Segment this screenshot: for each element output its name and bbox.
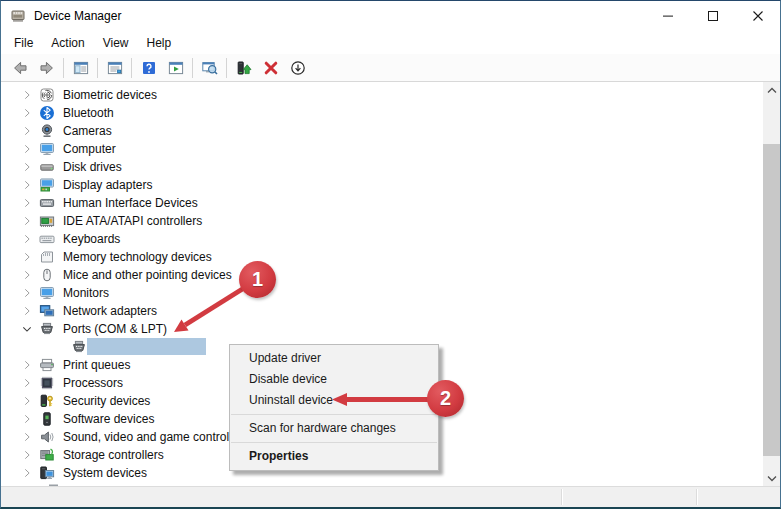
tree-item-biometric-devices[interactable]: Biometric devices xyxy=(1,86,763,104)
chevron-collapsed-icon[interactable] xyxy=(20,358,34,372)
statusbar-separator xyxy=(561,489,563,505)
close-button[interactable] xyxy=(735,1,780,31)
statusbar xyxy=(1,486,780,507)
computer-icon xyxy=(39,141,55,157)
keyboard-icon xyxy=(39,231,55,247)
toolbar-separator xyxy=(192,58,193,78)
tree-item-label: Computer xyxy=(63,140,116,158)
toolbar-button-update-driver[interactable] xyxy=(230,56,257,80)
chevron-collapsed-icon[interactable] xyxy=(20,304,34,318)
chevron-collapsed-icon[interactable] xyxy=(20,412,34,426)
serial-port-icon xyxy=(71,339,87,355)
context-menu-item-uninstall-device[interactable]: Uninstall device xyxy=(230,390,438,411)
help-icon xyxy=(141,60,157,76)
uninstall-x-icon xyxy=(263,60,279,76)
toolbar-button-scan-for-hardware-changes[interactable] xyxy=(196,56,223,80)
tree-item-label: Print queues xyxy=(63,356,130,374)
chevron-collapsed-icon[interactable] xyxy=(20,430,34,444)
chevron-collapsed-icon[interactable] xyxy=(20,232,34,246)
tree-item-label: Mice and other pointing devices xyxy=(63,266,232,284)
maximize-icon xyxy=(705,8,721,24)
toolbar-button-show-console-tree[interactable] xyxy=(67,56,94,80)
scroll-down-icon xyxy=(764,470,780,486)
scrollbar-thumb[interactable] xyxy=(763,144,780,456)
toolbar-separator xyxy=(131,58,132,78)
device-manager-window: Device Manager FileActionViewHelp Biomet… xyxy=(0,0,781,509)
chevron-collapsed-icon[interactable] xyxy=(20,196,34,210)
tree-item-label: IDE ATA/ATAPI controllers xyxy=(63,212,202,230)
hid-icon xyxy=(39,195,55,211)
annotation-step-2-badge: 2 xyxy=(427,380,464,417)
context-menu-item-disable-device[interactable]: Disable device xyxy=(230,369,438,390)
software-device-icon xyxy=(39,411,55,427)
maximize-button[interactable] xyxy=(690,1,735,31)
chevron-collapsed-icon[interactable] xyxy=(20,466,34,480)
tree-item-disk-drives[interactable]: Disk drives xyxy=(1,158,763,176)
chevron-expanded-icon[interactable] xyxy=(20,322,34,336)
context-menu-item-properties[interactable]: Properties xyxy=(230,446,438,467)
tree-item-memory-technology-devices[interactable]: Memory technology devices xyxy=(1,248,763,266)
scroll-up-icon[interactable] xyxy=(763,82,780,99)
tree-item-label: Ports (COM & LPT) xyxy=(63,320,167,338)
minimize-button[interactable] xyxy=(645,1,690,31)
tree-item-computer[interactable]: Computer xyxy=(1,140,763,158)
tree-item-ide-ata-atapi-controllers[interactable]: IDE ATA/ATAPI controllers xyxy=(1,212,763,230)
chevron-collapsed-icon[interactable] xyxy=(20,268,34,282)
properties-window-icon xyxy=(107,60,123,76)
chevron-collapsed-icon[interactable] xyxy=(20,160,34,174)
camera-icon xyxy=(39,123,55,139)
toolbar-button-properties[interactable] xyxy=(101,56,128,80)
toolbar-button-uninstall-device[interactable] xyxy=(257,56,284,80)
menubar-item-file[interactable]: File xyxy=(5,33,42,53)
back-arrow-icon xyxy=(12,60,28,76)
chevron-collapsed-icon[interactable] xyxy=(20,286,34,300)
storage-controller-icon xyxy=(39,447,55,463)
chevron-collapsed-icon[interactable] xyxy=(20,142,34,156)
update-driver-icon xyxy=(236,60,252,76)
toolbar-button-back[interactable] xyxy=(6,56,33,80)
context-menu-item-scan-for-hardware-changes[interactable]: Scan for hardware changes xyxy=(230,418,438,439)
action-pane-icon xyxy=(168,60,184,76)
toolbar-separator xyxy=(97,58,98,78)
disable-device-icon xyxy=(290,60,306,76)
tree-item-keyboards[interactable]: Keyboards xyxy=(1,230,763,248)
menubar-item-action[interactable]: Action xyxy=(42,33,93,53)
window-title: Device Manager xyxy=(34,9,121,23)
chevron-collapsed-icon[interactable] xyxy=(20,178,34,192)
printer-icon xyxy=(39,357,55,373)
context-menu-item-update-driver[interactable]: Update driver xyxy=(230,348,438,369)
forward-arrow-icon xyxy=(39,60,55,76)
chevron-collapsed-icon[interactable] xyxy=(20,106,34,120)
device-manager-app-icon xyxy=(10,8,26,24)
vertical-scrollbar[interactable] xyxy=(763,82,780,486)
toolbar-button-disable-device[interactable] xyxy=(284,56,311,80)
tree-item-display-adapters[interactable]: Display adapters xyxy=(1,176,763,194)
menubar-item-help[interactable]: Help xyxy=(138,33,181,53)
tree-item-label: Keyboards xyxy=(63,230,120,248)
toolbar-button-forward[interactable] xyxy=(33,56,60,80)
tree-item-cameras[interactable]: Cameras xyxy=(1,122,763,140)
security-device-icon xyxy=(39,393,55,409)
scroll-down-icon[interactable] xyxy=(763,469,780,486)
menubar-item-view[interactable]: View xyxy=(94,33,138,53)
chevron-collapsed-icon[interactable] xyxy=(20,376,34,390)
window-controls xyxy=(645,1,780,31)
tree-item-monitors[interactable]: Monitors xyxy=(1,284,763,302)
tree-item-label: Memory technology devices xyxy=(63,248,212,266)
toolbar-button-show-action-pane[interactable] xyxy=(162,56,189,80)
chevron-collapsed-icon[interactable] xyxy=(20,214,34,228)
tree-item-bluetooth[interactable]: Bluetooth xyxy=(1,104,763,122)
chevron-collapsed-icon[interactable] xyxy=(20,394,34,408)
menubar: FileActionViewHelp xyxy=(1,31,780,54)
toolbar-button-help[interactable] xyxy=(135,56,162,80)
system-device-icon xyxy=(39,465,55,481)
chevron-collapsed-icon[interactable] xyxy=(20,124,34,138)
tree-item-mice-and-other-pointing-devices[interactable]: Mice and other pointing devices xyxy=(1,266,763,284)
tree-item-label: Network adapters xyxy=(63,302,157,320)
chevron-collapsed-icon[interactable] xyxy=(20,448,34,462)
tree-item-ports-com-lpt[interactable]: Ports (COM & LPT) xyxy=(1,320,763,338)
tree-item-network-adapters[interactable]: Network adapters xyxy=(1,302,763,320)
chevron-collapsed-icon[interactable] xyxy=(20,250,34,264)
tree-item-human-interface-devices[interactable]: Human Interface Devices xyxy=(1,194,763,212)
chevron-collapsed-icon[interactable] xyxy=(20,88,34,102)
